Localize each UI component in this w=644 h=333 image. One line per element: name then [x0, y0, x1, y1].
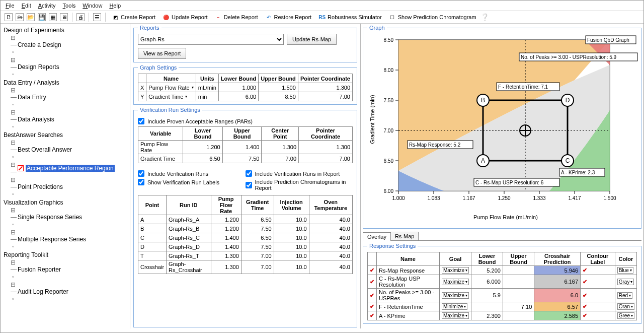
goal-select[interactable]: Maximize	[442, 267, 469, 274]
table-row[interactable]: Pump Flow Rate1.2001.4001.3001.300	[138, 141, 353, 154]
tree-item-design-reports[interactable]: ⊟—◦Design Reports	[11, 56, 127, 78]
print-icon[interactable]: 🖨	[76, 13, 85, 21]
flag-icon[interactable]: ✔	[368, 302, 377, 311]
table-row[interactable]: ✔No. of Peaks >= 3.00 - USPResMaximize5.…	[368, 289, 637, 302]
robustness-button[interactable]: RSRobustness Simulator	[316, 13, 384, 21]
svg-text:8.00: 8.00	[384, 68, 394, 73]
table-row[interactable]: CGraph-Rs_C1.4006.5010.040.0	[138, 233, 353, 242]
table-row[interactable]: CrosshairGraph-Rs_Crosshair1.3007.0010.0…	[138, 260, 353, 274]
flag-icon[interactable]: ✔	[368, 311, 377, 320]
update-report-button[interactable]: 🔴Update Report	[160, 13, 210, 21]
table-row[interactable]: ✔F - RetentionTimeMinimize7.106.57✔Oran	[368, 302, 637, 311]
tree-group: Data Entry / Analysis	[4, 79, 127, 86]
contour-flag[interactable]: ✔	[581, 311, 615, 320]
response-legend: Response Settings	[367, 243, 418, 249]
menu-activity[interactable]: Activity	[38, 3, 56, 9]
db-icon[interactable]: ▦	[49, 13, 57, 21]
tab-rsmap[interactable]: Rs-Map	[390, 232, 419, 240]
goal-select[interactable]: Maximize	[442, 279, 469, 285]
list-icon[interactable]: ☰	[93, 13, 101, 21]
response-table: NameGoalLower BoundUpper BoundCrosshair …	[367, 252, 637, 320]
tree-item-multiple-response[interactable]: ⊟—◦Multiple Response Series	[11, 228, 127, 250]
svg-text:Rs-Map Response: 5.2: Rs-Map Response: 5.2	[409, 142, 461, 148]
table-row[interactable]: BGraph-Rs_B1.2007.5010.040.0	[138, 224, 353, 233]
tree-item-create-design[interactable]: ⊟—◦Create a Design	[11, 34, 127, 56]
color-select[interactable]: Gree	[617, 312, 634, 319]
graph-legend: Graph	[367, 25, 387, 31]
show-chrom-button[interactable]: ☐Show Prediction Chromatogram	[387, 13, 478, 21]
table-row[interactable]: Gradient Time6.507.507.007.00	[138, 154, 353, 163]
tree-item-fusion-reporter[interactable]: ⊟—◦Fusion Reporter	[11, 258, 127, 281]
color-select[interactable]: Red	[617, 292, 632, 299]
contour-flag[interactable]: ✔	[581, 275, 615, 289]
tree-item-data-entry[interactable]: ⊟—◦Data Entry	[11, 86, 127, 108]
tab-overlay[interactable]: Overlay	[363, 232, 391, 241]
graph-settings-table: NameUnitsLower BoundUpper BoundPointer C…	[138, 74, 353, 101]
menu-window[interactable]: Window	[83, 3, 102, 9]
toolbar: 🗋 🗁 📂 💾 ▦ 🖥 🖨 ☰ ◩Create Report 🔴Update R…	[1, 11, 643, 24]
open-icon[interactable]: 🗁	[16, 13, 24, 21]
machine-icon[interactable]: 🖥	[60, 13, 68, 21]
folder-icon[interactable]: 📂	[27, 13, 35, 21]
create-report-button[interactable]: ◩Create Report	[110, 13, 157, 21]
view-as-report-button[interactable]: View as Report	[138, 48, 186, 59]
contour-flag[interactable]: ✔	[581, 266, 615, 275]
table-row[interactable]: AGraph-Rs_A1.2006.5010.040.0	[138, 215, 353, 224]
menu-file[interactable]: File	[6, 3, 15, 9]
verification-fieldset: Verification Run Settings Include Proven…	[133, 107, 357, 327]
goal-select[interactable]: Minimize	[442, 303, 467, 310]
menu-help[interactable]: Help	[109, 3, 121, 9]
table-row[interactable]: ✔Rs-Map ResponseMaximize5.2005.946✔Blue	[368, 266, 637, 275]
svg-text:1.000: 1.000	[392, 195, 405, 201]
contour-flag[interactable]: ✔	[581, 302, 615, 311]
graph-canvas[interactable]: A B C D No. of Peaks >= 3.00 - USPResolu…	[367, 34, 637, 225]
restore-report-button[interactable]: ↶Restore Report	[263, 13, 314, 21]
menu-edit[interactable]: Edit	[22, 3, 31, 9]
response-settings-fieldset: Response Settings NameGoalLower BoundUpp…	[363, 243, 641, 324]
help-icon[interactable]: ❔	[481, 14, 489, 21]
graph-settings-legend: Graph Settings	[138, 64, 179, 71]
table-row[interactable]: YGradient Timemin6.008.507.00	[138, 92, 353, 101]
include-chroms-report-checkbox[interactable]	[246, 182, 252, 188]
table-row[interactable]: ✔C - Rs-Map USP ResolutionMaximize6.0006…	[368, 275, 637, 289]
color-select[interactable]: Oran	[617, 303, 634, 310]
tree-group: BestAnswer Searches	[4, 131, 127, 139]
include-vruns-report-checkbox[interactable]	[246, 170, 252, 177]
contour-flag[interactable]: ✔	[581, 289, 615, 302]
tree-item-best-overall[interactable]: ⊟—◦Best Overall Answer	[11, 139, 127, 161]
flag-icon[interactable]: ✔	[368, 266, 377, 275]
goal-select[interactable]: Maximize	[442, 292, 469, 299]
new-icon[interactable]: 🗋	[5, 13, 13, 21]
table-row[interactable]: DGraph-Rs_D1.4007.5010.040.0	[138, 242, 353, 251]
report-select[interactable]: Graph-Rs	[138, 34, 284, 45]
goal-select[interactable]: Maximize	[442, 312, 469, 319]
save-icon[interactable]: 💾	[38, 13, 46, 21]
par-table: VariableLower BoundUpper BoundCenter Poi…	[138, 126, 353, 163]
tree-group: Visualization Graphics	[4, 199, 127, 206]
table-row[interactable]: XPump Flow RatemL/min1.0001.5001.300	[138, 83, 353, 92]
tree-item-data-analysis[interactable]: ⊟—◦Data Analysis	[11, 108, 127, 130]
tree-item-single-response[interactable]: ⊟—◦Single Response Series	[11, 206, 127, 228]
x-axis-select[interactable]: Pump Flow Rate	[148, 85, 193, 91]
y-axis-label: Gradient Time (min)	[369, 95, 375, 144]
menu-tools[interactable]: Tools	[63, 3, 76, 9]
flag-icon[interactable]: ✔	[368, 289, 377, 302]
color-select[interactable]: Blue	[617, 267, 633, 274]
y-axis-select[interactable]: Gradient Time	[148, 94, 187, 100]
tree-item-point-predictions[interactable]: ⊟—◦Point Predictions	[11, 176, 127, 198]
table-row[interactable]: TGraph-Rs_T1.3007.0010.040.0	[138, 251, 353, 260]
color-select[interactable]: Gray	[617, 279, 634, 285]
include-par-checkbox[interactable]	[138, 118, 144, 124]
delete-report-button[interactable]: −Delete Report	[213, 13, 260, 21]
tree-item-acceptable-performance[interactable]: ⊟—Acceptable Performance Region	[11, 161, 127, 176]
include-vruns-checkbox[interactable]	[138, 170, 144, 177]
svg-text:F - RetentionTime: 7.1: F - RetentionTime: 7.1	[498, 84, 548, 90]
svg-text:B: B	[481, 97, 485, 104]
update-rsmap-button[interactable]: Update Rs-Map	[287, 34, 337, 45]
svg-text:1.250: 1.250	[498, 195, 510, 201]
table-row[interactable]: ✔A - KPrimeMaximize2.3002.585✔Gree	[368, 311, 637, 320]
tree-item-audit-log[interactable]: ⊟—◦Audit Log Reporter	[11, 281, 127, 303]
flag-icon[interactable]: ✔	[368, 275, 377, 289]
show-vrun-labels-checkbox[interactable]	[138, 179, 144, 185]
restore-report-icon: ↶	[265, 14, 272, 21]
